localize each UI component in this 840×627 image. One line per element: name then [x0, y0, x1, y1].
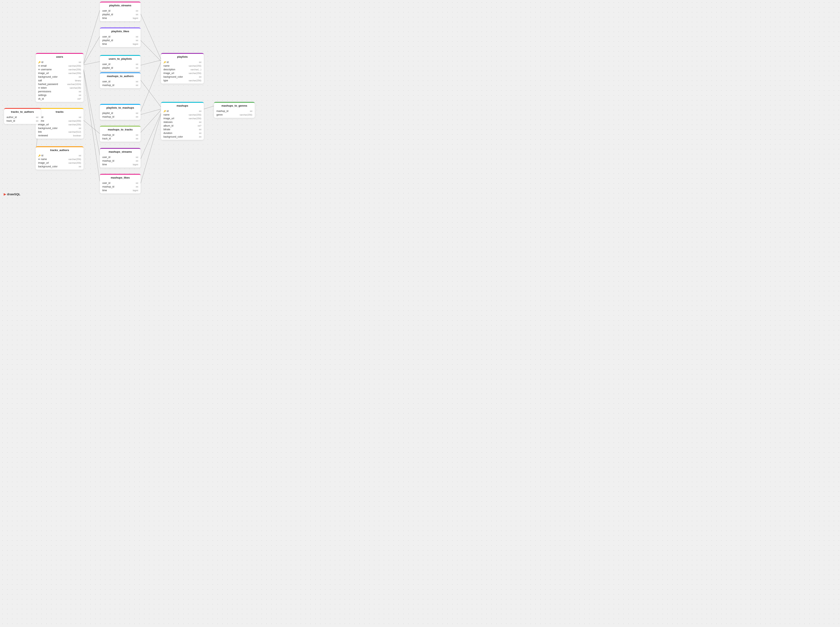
table-playlists_streams: playlists_streamsuser_idintplaylist_idin…: [100, 2, 141, 21]
field-name: user_id: [102, 156, 110, 159]
table-row: namevarchar(256): [161, 64, 204, 68]
table-row: playlist_idint: [100, 39, 141, 42]
field-name: hashed_password: [38, 83, 58, 86]
table-row: background_colorint: [161, 135, 204, 139]
svg-line-0: [83, 10, 100, 63]
field-name: playlist_id: [102, 13, 113, 16]
field-type: int: [199, 121, 201, 123]
table-header-playlists: playlists: [161, 53, 204, 60]
field-name: image_url: [38, 72, 49, 75]
table-body-tracks_to_authors: author_idinttrack_idint: [4, 115, 41, 124]
field-type: varchar(256): [68, 162, 81, 164]
field-name: description: [164, 68, 175, 71]
field-name: permissions: [38, 90, 51, 93]
table-row: user_idint: [100, 62, 141, 66]
table-playlists: playlists🔑idintnamevarchar(256)descripti…: [161, 53, 204, 83]
field-type: int: [36, 120, 38, 122]
field-type: varchar(256): [189, 79, 201, 82]
table-header-playlists_streams: playlists_streams: [100, 2, 141, 8]
field-name: link: [38, 131, 42, 133]
svg-line-8: [141, 62, 161, 112]
field-name: user_id: [102, 35, 110, 38]
table-mashups_to_authors: mashups_to_authorsuser_idintmashup_idint: [100, 72, 141, 88]
table-row: user_idint: [100, 80, 141, 83]
asterisk-icon: ✱: [38, 87, 40, 89]
field-type: int?: [77, 98, 81, 100]
field-name: ✱token: [38, 87, 47, 89]
table-tracks_authors: tracks_authors🔑idint✱namevarchar(256)ima…: [36, 147, 83, 170]
table-mashups_to_genres: mashups_to_genresmashup_idintgenrevarcha…: [214, 102, 255, 118]
field-type: varchar(256): [68, 65, 81, 67]
table-row: user_idint: [100, 35, 141, 39]
field-type: int: [136, 137, 138, 140]
asterisk-icon: ✱: [38, 65, 40, 67]
field-name: mashup_id: [102, 185, 114, 188]
table-row: ✱namevarchar(256): [36, 158, 83, 161]
field-type: int: [199, 76, 201, 78]
table-row: reviewedboolean: [36, 134, 83, 137]
field-type: varchar(512): [68, 131, 81, 133]
table-row: user_idint: [100, 181, 141, 185]
table-body-playlists_streams: user_idintplaylist_idinttimebigint: [100, 8, 141, 21]
field-type: int: [79, 61, 81, 63]
table-mashups_to_tracks: mashups_to_tracksmashup_idinttrack_idint: [100, 126, 141, 142]
table-row: descriptionvarchar(...): [161, 68, 204, 71]
field-name: ✱name: [38, 158, 47, 161]
table-tracks: tracks🔑idintnamevarchar(256)image_urlvar…: [36, 108, 83, 139]
field-type: int: [136, 35, 138, 38]
field-type: int: [79, 154, 81, 157]
field-name: duration: [164, 132, 172, 134]
field-name: mashup_id: [216, 110, 228, 112]
field-name: time: [102, 163, 107, 166]
table-header-mashups_to_authors: mashups_to_authors: [100, 72, 141, 79]
svg-line-14: [204, 106, 214, 109]
key-icon: 🔑: [38, 154, 41, 157]
field-type: int: [136, 67, 138, 69]
table-row: playlist_idint: [100, 13, 141, 16]
field-type: int: [136, 182, 138, 184]
svg-line-13: [141, 80, 161, 107]
table-header-mashups: mashups: [161, 102, 204, 109]
table-body-mashups_to_tracks: mashup_idinttrack_idint: [100, 132, 141, 142]
svg-line-4: [83, 70, 100, 181]
field-name: image_url: [38, 161, 49, 164]
field-name: image_url: [164, 117, 174, 120]
field-type: varchar(256): [189, 65, 201, 67]
field-name: time: [102, 43, 107, 46]
table-row: timebigint: [100, 163, 141, 166]
table-row: playlist_idint: [100, 111, 141, 115]
table-row: timebigint: [100, 189, 141, 192]
svg-line-12: [141, 114, 161, 183]
table-header-mashups_to_tracks: mashups_to_tracks: [100, 126, 141, 132]
table-header-playlists_to_mashups: playlists_to_mashups: [100, 104, 141, 110]
table-header-tracks: tracks: [36, 108, 83, 115]
table-row: statusesint: [161, 120, 204, 124]
table-users: users🔑idint✱emailvarchar(256)✱usernameva…: [36, 53, 83, 102]
table-row: namevarchar(256): [161, 113, 204, 117]
field-type: int: [199, 135, 201, 138]
table-row: background_colorint: [36, 75, 83, 79]
field-name: name: [164, 65, 170, 67]
field-type: bigint: [133, 163, 138, 166]
field-type: int: [136, 84, 138, 87]
table-header-tracks_authors: tracks_authors: [36, 147, 83, 153]
table-row: hashed_passwordvarchar(1024): [36, 82, 83, 86]
table-users_to_playlists: users_to_playlistsuser_idintplaylist_idi…: [100, 55, 141, 71]
table-mashups: mashups🔑idintnamevarchar(256)image_urlva…: [161, 102, 204, 140]
table-mashups_likes: mashups_likesuser_idintmashup_idinttimeb…: [100, 174, 141, 194]
table-row: user_idint: [100, 9, 141, 13]
field-type: int: [199, 61, 201, 63]
field-name: mashup_id: [102, 134, 114, 136]
table-mashups_streams: mashups_streamsuser_idintmashup_idinttim…: [100, 148, 141, 167]
table-row: timebigint: [100, 16, 141, 20]
table-row: mashup_idint: [100, 133, 141, 137]
logo-text: drawSQL: [7, 192, 20, 196]
field-name: settings: [38, 94, 46, 97]
field-type: int: [136, 186, 138, 188]
field-type: int: [36, 116, 38, 118]
field-type: varchar(256): [240, 113, 252, 116]
field-type: int?: [198, 124, 201, 127]
field-type: varchar(256): [189, 117, 201, 120]
table-row: linkvarchar(512): [36, 130, 83, 134]
table-row: saltbinary: [36, 79, 83, 82]
